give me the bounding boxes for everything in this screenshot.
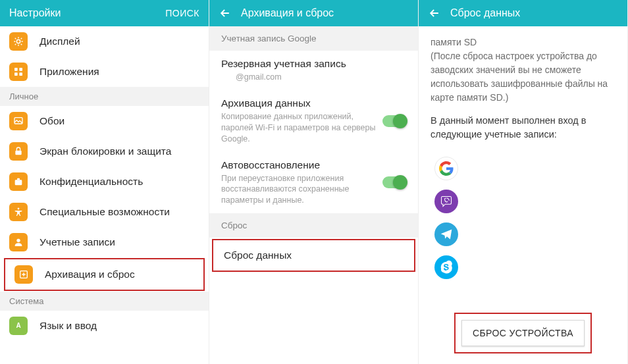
account-google <box>431 152 615 185</box>
back-button[interactable] <box>219 7 232 20</box>
svg-point-9 <box>16 239 20 242</box>
svg-rect-8 <box>17 178 20 180</box>
svg-rect-3 <box>14 72 18 76</box>
settings-item-wallpaper[interactable]: Обои <box>0 106 209 136</box>
backup-account-title: Резервная учетная запись <box>221 58 401 70</box>
auto-restore-toggle[interactable] <box>382 176 406 188</box>
lock-icon <box>9 142 28 161</box>
privacy-icon <box>9 172 28 191</box>
reset-header: Сброс данных <box>419 0 627 26</box>
settings-item-display[interactable]: Дисплей <box>0 26 209 57</box>
section-google-account: Учетная запись Google <box>209 26 418 51</box>
settings-title: Настройки <box>9 7 165 19</box>
backup-data-toggle[interactable] <box>382 115 406 127</box>
back-button[interactable] <box>428 7 441 20</box>
telegram-icon <box>434 222 458 246</box>
google-icon <box>434 157 458 180</box>
settings-header: Настройки ПОИСК <box>0 0 209 26</box>
settings-item-privacy[interactable]: Конфиденциальность <box>0 167 209 197</box>
backup-reset-panel: Архивация и сброс Учетная запись Google … <box>209 0 419 364</box>
svg-text:A: A <box>16 322 20 329</box>
auto-restore-sub: При переустановке приложения восстанавли… <box>221 173 377 207</box>
svg-rect-2 <box>19 68 22 71</box>
reset-body: памяти SD (После сброса настроек устройс… <box>419 26 627 293</box>
settings-item-accessibility[interactable]: Специальные возможности <box>0 197 209 227</box>
auto-restore-title: Автовосстановление <box>221 159 377 171</box>
auto-restore-item[interactable]: Автовосстановление При переустановке при… <box>209 152 418 214</box>
backup-data-sub: Копирование данных приложений, паролей W… <box>221 111 377 145</box>
highlight-backup-reset: Архивация и сброс <box>4 258 205 291</box>
sd-note-text: (После сброса настроек устройства до зав… <box>431 51 608 103</box>
backup-account-sub: @gmail.com <box>221 72 401 83</box>
svg-rect-7 <box>15 180 22 185</box>
viber-icon <box>434 190 458 213</box>
reset-data-item[interactable]: Сброс данных <box>213 240 414 271</box>
section-reset: Сброс <box>209 213 418 238</box>
settings-label: Обои <box>39 115 65 127</box>
reset-button-wrap: СБРОС УСТРОЙСТВА <box>419 313 627 353</box>
backup-title: Архивация и сброс <box>241 7 409 19</box>
settings-item-backup-reset[interactable]: Архивация и сброс <box>5 259 203 290</box>
search-action[interactable]: ПОИСК <box>165 8 199 18</box>
accounts-intro: В данный момент выполнен вход в следующи… <box>431 114 615 142</box>
svg-rect-6 <box>15 151 21 155</box>
sd-note: памяти SD (После сброса настроек устройс… <box>431 36 615 105</box>
reset-data-panel: Сброс данных памяти SD (После сброса нас… <box>419 0 628 364</box>
settings-panel: Настройки ПОИСК Дисплей Приложения Лично… <box>0 0 209 364</box>
settings-item-language[interactable]: A Язык и ввод <box>0 311 209 341</box>
svg-point-0 <box>16 39 20 43</box>
backup-data-item[interactable]: Архивация данных Копирование данных прил… <box>209 90 418 152</box>
reset-device-button[interactable]: СБРОС УСТРОЙСТВА <box>461 320 585 346</box>
account-telegram <box>431 218 615 251</box>
settings-item-lockscreen[interactable]: Экран блокировки и защита <box>0 136 209 167</box>
account-viber <box>431 185 615 218</box>
section-personal: Личное <box>0 87 209 106</box>
settings-label: Учетные записи <box>39 236 115 248</box>
settings-label: Специальные возможности <box>39 206 170 218</box>
settings-item-accounts[interactable]: Учетные записи <box>0 227 209 257</box>
settings-label: Язык и ввод <box>39 320 97 332</box>
apps-icon <box>9 63 28 81</box>
backup-reset-icon <box>14 265 33 284</box>
settings-label: Конфиденциальность <box>39 176 143 188</box>
account-skype <box>431 251 615 284</box>
reset-title: Сброс данных <box>450 7 618 19</box>
accounts-icon <box>9 233 28 251</box>
highlight-reset-data: Сброс данных <box>212 239 415 272</box>
backup-account-item[interactable]: Резервная учетная запись @gmail.com <box>209 51 418 90</box>
settings-label: Архивация и сброс <box>45 269 135 280</box>
settings-label: Дисплей <box>39 36 80 47</box>
wallpaper-icon <box>9 112 28 130</box>
svg-rect-4 <box>19 72 22 76</box>
sd-title: памяти SD <box>431 37 477 47</box>
language-icon: A <box>9 317 28 335</box>
svg-rect-1 <box>14 68 18 71</box>
settings-label: Приложения <box>39 66 99 78</box>
display-icon <box>9 32 28 51</box>
section-system: Система <box>0 292 209 311</box>
highlight-reset-button: СБРОС УСТРОЙСТВА <box>454 313 592 353</box>
backup-data-title: Архивация данных <box>221 97 377 109</box>
skype-icon <box>434 255 458 279</box>
accessibility-icon <box>9 203 28 221</box>
settings-label: Экран блокировки и защита <box>39 145 171 157</box>
settings-item-apps[interactable]: Приложения <box>0 57 209 87</box>
backup-header: Архивация и сброс <box>209 0 418 26</box>
